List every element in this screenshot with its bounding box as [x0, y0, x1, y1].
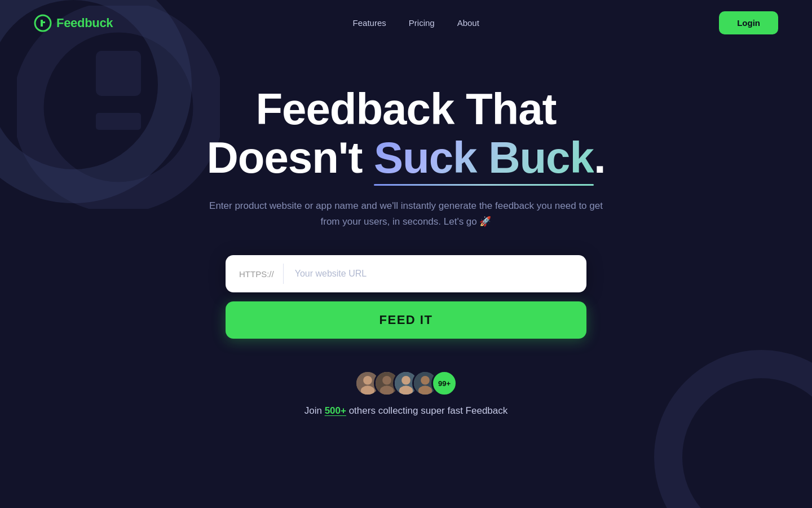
navbar: Feedbuck Features Pricing About Login — [0, 0, 812, 46]
login-button[interactable]: Login — [719, 11, 778, 34]
nav-item-features[interactable]: Features — [353, 18, 386, 28]
nav-item-pricing[interactable]: Pricing — [409, 18, 435, 28]
logo[interactable]: Feedbuck — [34, 14, 113, 32]
logo-text: Feedbuck — [56, 16, 113, 30]
svg-point-9 — [380, 386, 394, 396]
hero-title: Feedback That Doesn't Suck Buck. — [206, 85, 605, 182]
count-highlight: 500+ — [325, 405, 346, 416]
logo-icon — [34, 14, 52, 32]
svg-point-15 — [418, 386, 432, 396]
svg-point-8 — [382, 376, 391, 385]
svg-point-5 — [363, 376, 372, 385]
url-input-wrapper: HTTPS:// — [226, 255, 586, 292]
social-proof: 99+ Join 500+ others collecting super fa… — [304, 370, 508, 417]
gradient-text: Suck Buck — [374, 133, 594, 182]
avatar-count-badge: 99+ — [431, 370, 457, 396]
svg-point-14 — [421, 376, 430, 385]
social-proof-text: Join 500+ others collecting super fast F… — [304, 405, 508, 417]
nav-link-features[interactable]: Features — [353, 18, 386, 28]
avatars-group: 99+ — [355, 370, 457, 396]
feed-it-button[interactable]: FEED IT — [226, 301, 586, 339]
nav-link-pricing[interactable]: Pricing — [409, 18, 435, 28]
hero-section: Feedback That Doesn't Suck Buck. Enter p… — [0, 46, 812, 417]
svg-point-12 — [399, 386, 413, 396]
svg-point-6 — [361, 386, 374, 396]
nav-links: Features Pricing About — [353, 18, 479, 28]
svg-point-11 — [401, 376, 411, 385]
url-prefix: HTTPS:// — [226, 264, 284, 284]
url-input[interactable] — [284, 269, 586, 279]
hero-subtitle: Enter product website or app name and we… — [209, 198, 603, 231]
nav-item-about[interactable]: About — [457, 18, 479, 28]
nav-link-about[interactable]: About — [457, 18, 479, 28]
